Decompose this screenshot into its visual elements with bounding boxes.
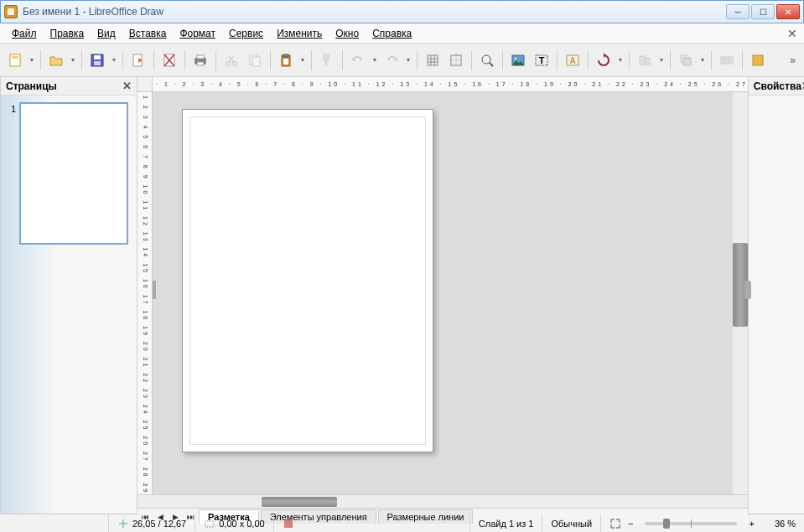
status-cursor-pos: 26,05 / 12,67 (109, 514, 195, 532)
page-thumbnail-1[interactable]: 1 (19, 102, 128, 245)
status-bar: 26,05 / 12,67 0,00 x 0,00 Слайд 1 из 1 О… (0, 514, 804, 532)
close-button[interactable]: ✕ (776, 4, 800, 19)
properties-panel: Свойства ✕ (748, 77, 804, 514)
save-dropdown[interactable]: ▾ (111, 56, 117, 64)
status-slide-number[interactable]: Слайд 1 из 1 (470, 514, 543, 532)
pages-panel-header: Страницы ✕ (1, 77, 137, 96)
menu-bar: Файл Правка Вид Вставка Формат Сервис Из… (0, 23, 804, 44)
export-button[interactable] (128, 50, 148, 70)
redo-button[interactable] (381, 50, 402, 70)
size-icon (204, 518, 215, 529)
pages-panel: Страницы ✕ 1 (1, 77, 137, 514)
rotate-button[interactable] (594, 50, 614, 70)
undo-dropdown[interactable]: ▾ (371, 56, 378, 64)
svg-rect-31 (725, 57, 729, 64)
status-info-cell (0, 514, 109, 532)
signature-icon (283, 518, 294, 529)
redo-dropdown[interactable]: ▾ (405, 56, 412, 64)
insert-image-button[interactable] (508, 50, 528, 70)
horizontal-ruler[interactable]: · 1 · 2 · 3 · 4 · 5 · 6 · 7 · 8 · 9 · 10… (153, 77, 748, 91)
properties-panel-title: Свойства (754, 80, 801, 92)
undo-button[interactable] (348, 50, 368, 70)
menu-file[interactable]: Файл (7, 26, 42, 41)
minimize-button[interactable]: ─ (726, 4, 750, 19)
horizontal-scrollbar-thumb[interactable] (262, 497, 337, 507)
print-button[interactable] (190, 50, 210, 70)
paste-button[interactable] (276, 50, 296, 70)
zoom-slider-thumb[interactable] (663, 519, 670, 529)
svg-rect-32 (729, 57, 733, 64)
status-signature-cell[interactable] (274, 514, 470, 532)
distribute-button[interactable] (717, 50, 737, 70)
title-bar: Без имени 1 - LibreOffice Draw ─ ☐ ✕ (0, 0, 804, 23)
status-page-style[interactable]: Обычный (542, 514, 601, 532)
menu-tools[interactable]: Сервис (224, 26, 268, 41)
save-button[interactable] (87, 50, 107, 70)
zoom-in-button[interactable]: + (745, 519, 757, 529)
horizontal-scrollbar[interactable] (153, 495, 748, 508)
arrange-button[interactable] (676, 50, 696, 70)
cut-button[interactable] (221, 50, 241, 70)
rotate-dropdown[interactable]: ▾ (617, 56, 624, 64)
shadow-button[interactable] (748, 50, 768, 70)
menu-window[interactable]: Окно (330, 26, 364, 41)
new-doc-dropdown[interactable]: ▾ (29, 56, 35, 64)
svg-rect-33 (753, 55, 763, 65)
svg-rect-9 (197, 62, 204, 65)
menu-insert[interactable]: Вставка (124, 26, 172, 41)
helplines-button[interactable] (446, 50, 466, 70)
new-doc-button[interactable] (5, 50, 25, 70)
drawing-canvas[interactable] (153, 92, 733, 494)
open-dropdown[interactable]: ▾ (70, 56, 76, 64)
window-title: Без имени 1 - LibreOffice Draw (23, 6, 726, 18)
pages-panel-close-icon[interactable]: ✕ (122, 80, 132, 92)
svg-rect-50 (205, 521, 214, 527)
svg-point-11 (233, 61, 237, 65)
align-dropdown[interactable]: ▾ (658, 56, 665, 64)
maximize-button[interactable]: ☐ (751, 4, 775, 19)
page-1[interactable] (182, 109, 433, 452)
svg-text:T: T (539, 55, 545, 65)
right-panel-expand-handle[interactable] (744, 281, 751, 299)
fontwork-button[interactable]: A (563, 50, 583, 70)
format-paintbrush-button[interactable] (317, 50, 337, 70)
fit-page-icon[interactable] (609, 518, 621, 529)
standard-toolbar: ▾ ▾ ▾ ▾ ▾ ▾ T A ▾ ▾ ▾ » (0, 44, 804, 77)
status-zoom-controls: − + (601, 514, 766, 532)
menu-format[interactable]: Формат (174, 26, 220, 41)
svg-rect-27 (646, 58, 650, 65)
page-thumbnail-number: 1 (11, 104, 16, 114)
zoom-slider[interactable] (645, 522, 737, 525)
pages-panel-title: Страницы (6, 80, 57, 92)
svg-rect-17 (324, 54, 329, 60)
ruler-corner (137, 77, 153, 91)
arrange-dropdown[interactable]: ▾ (699, 56, 706, 64)
export-pdf-button[interactable] (159, 50, 179, 70)
svg-rect-16 (283, 59, 288, 65)
insert-textbox-button[interactable]: T (532, 50, 552, 70)
svg-rect-13 (252, 57, 260, 66)
svg-point-10 (226, 61, 231, 65)
toolbar-overflow-button[interactable]: » (786, 54, 799, 66)
grid-button[interactable] (423, 50, 443, 70)
status-zoom-value[interactable]: 36 % (766, 514, 804, 532)
copy-button[interactable] (245, 50, 265, 70)
menu-help[interactable]: Справка (367, 26, 417, 41)
align-button[interactable] (635, 50, 655, 70)
svg-rect-51 (284, 519, 293, 528)
app-icon (4, 5, 18, 18)
vertical-ruler[interactable]: 1 2 3 4 5 6 7 8 9 10 11 12 13 14 15 16 1… (137, 92, 153, 494)
canvas-area: · 1 · 2 · 3 · 4 · 5 · 6 · 7 · 8 · 9 · 10… (137, 77, 748, 514)
left-panel-collapse-handle[interactable] (153, 281, 156, 299)
menu-view[interactable]: Вид (92, 26, 121, 41)
svg-rect-29 (683, 58, 691, 65)
svg-rect-30 (721, 57, 724, 64)
svg-rect-15 (283, 54, 288, 57)
menu-modify[interactable]: Изменить (272, 26, 327, 41)
close-document-button[interactable]: ✕ (787, 27, 797, 40)
paste-dropdown[interactable]: ▾ (299, 56, 306, 64)
menu-edit[interactable]: Правка (45, 26, 90, 41)
open-button[interactable] (46, 50, 66, 70)
zoom-out-button[interactable]: − (625, 519, 636, 529)
zoom-button[interactable] (477, 50, 497, 70)
